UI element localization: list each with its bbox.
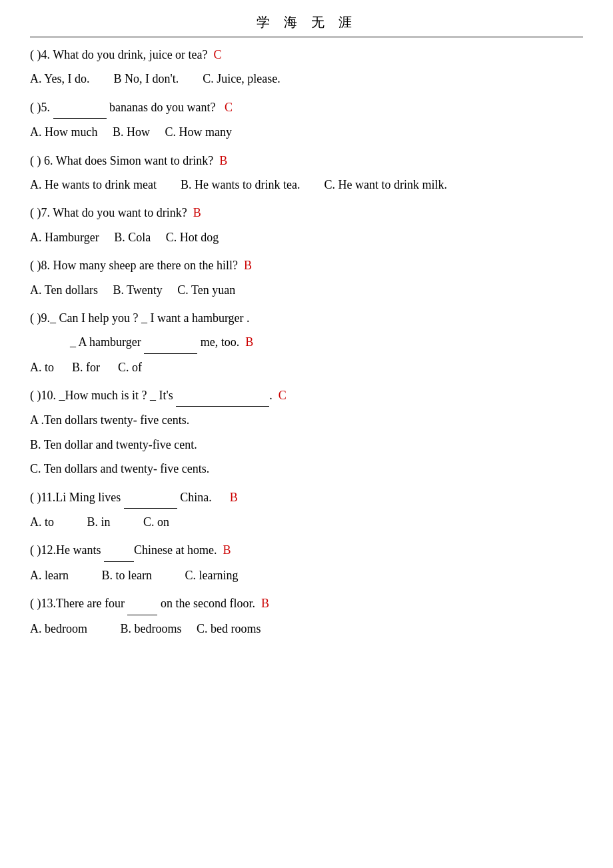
q10-option-c: C. Ten dollars and twenty- five cents. [30,458,583,479]
q5-question: ( )5. bananas do you want? C [30,97,583,119]
question-6: ( ) 6. What does Simon want to drink? B … [30,150,583,196]
question-13: ( )13.There are four on the second floor… [30,593,583,639]
q9-number: ( )9._ Can I help you ? _ I want a hambu… [30,311,250,325]
q8-question: ( )8. How many sheep are there on the hi… [30,255,583,276]
q11-options: A. to B. in C. on [30,511,583,533]
question-9: ( )9._ Can I help you ? _ I want a hambu… [30,307,583,378]
q13-options: A. bedroom B. bedrooms C. bed rooms [30,618,583,639]
q12-number: ( )12.He wants Chinese at home. [30,543,223,557]
question-5: ( )5. bananas do you want? C A. How much… [30,97,583,143]
q7-question: ( )7. What do you want to drink? B [30,202,583,223]
q10-question: ( )10. _How much is it ? _ It's . C [30,385,583,407]
q11-answer: B [230,491,238,504]
q11-number: ( )11.Li Ming lives China. [30,491,230,504]
question-8: ( )8. How many sheep are there on the hi… [30,255,583,301]
page-header: 学 海 无 涯 [30,13,583,37]
q12-answer: B [223,543,231,557]
q4-question: ( )4. What do you drink, juice or tea? C [30,44,583,65]
q8-options: A. Ten dollars B. Twenty C. Ten yuan [30,279,583,301]
q13-number: ( )13.There are four on the second floor… [30,597,261,610]
q4-options: A. Yes, I do. B No, I don't. C. Juice, p… [30,68,583,89]
question-10: ( )10. _How much is it ? _ It's . C A .T… [30,385,583,480]
q12-options: A. learn B. to learn C. learning [30,565,583,586]
q6-number: ( ) 6. What does Simon want to drink? [30,154,219,167]
q9-question: ( )9._ Can I help you ? _ I want a hambu… [30,307,583,329]
q6-answer: B [219,154,227,167]
q10-number: ( )10. _How much is it ? _ It's . [30,389,279,402]
q9-options: A. to B. for C. of [30,357,583,378]
q5-number: ( )5. bananas do you want? [30,101,225,114]
q7-options: A. Hamburger B. Cola C. Hot dog [30,227,583,248]
q13-question: ( )13.There are four on the second floor… [30,593,583,615]
q10-option-b: B. Ten dollar and twenty-five cent. [30,434,583,455]
question-7: ( )7. What do you want to drink? B A. Ha… [30,202,583,248]
header-title: 学 海 无 涯 [257,15,357,29]
q5-answer: C [225,101,233,114]
q10-option-a: A .Ten dollars twenty- five cents. [30,409,583,431]
q7-number: ( )7. What do you want to drink? [30,206,193,219]
question-11: ( )11.Li Ming lives China. B A. to B. in… [30,487,583,533]
q6-question: ( ) 6. What does Simon want to drink? B [30,150,583,171]
question-12: ( )12.He wants Chinese at home. B A. lea… [30,539,583,586]
q4-number: ( )4. What do you drink, juice or tea? [30,48,214,61]
q5-options: A. How much B. How C. How many [30,121,583,143]
q11-question: ( )11.Li Ming lives China. B [30,487,583,509]
q10-answer: C [279,389,287,402]
q13-answer: B [261,597,269,610]
q4-answer: C [214,48,222,61]
q8-number: ( )8. How many sheep are there on the hi… [30,259,244,272]
q8-answer: B [244,259,252,272]
question-4: ( )4. What do you drink, juice or tea? C… [30,44,583,90]
q9-answer: B [245,335,253,349]
q6-options: A. He wants to drink meat B. He wants to… [30,174,583,195]
q9-sub: _ A hamburger me, too. B [30,331,583,353]
q12-question: ( )12.He wants Chinese at home. B [30,539,583,561]
q7-answer: B [193,206,201,219]
